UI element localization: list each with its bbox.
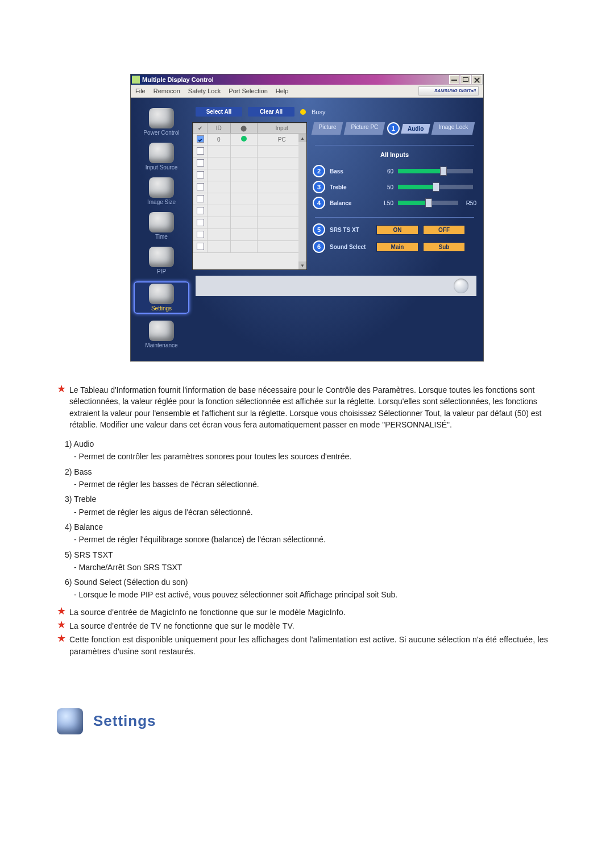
row-checkbox[interactable] bbox=[197, 159, 204, 167]
nav-pip[interactable]: PIP bbox=[136, 247, 187, 275]
tab-image-lock[interactable]: Image Lock bbox=[432, 122, 475, 135]
info-icon bbox=[454, 279, 468, 293]
window-title: Multiple Display Control bbox=[142, 76, 448, 83]
note: ★ La source d'entrée de TV ne fonctionne… bbox=[57, 620, 557, 632]
sound-main-button[interactable]: Main bbox=[376, 242, 418, 252]
tab-picture-pc[interactable]: Picture PC bbox=[344, 122, 385, 135]
list-item: 3) Treble - Permet de régler les aigus d… bbox=[65, 493, 557, 518]
srs-on-button[interactable]: ON bbox=[376, 225, 418, 235]
bass-slider[interactable] bbox=[398, 169, 473, 173]
callout-3: 3 bbox=[313, 181, 325, 193]
treble-slider[interactable] bbox=[398, 185, 473, 189]
callout-5: 5 bbox=[313, 223, 325, 236]
menu-help[interactable]: Help bbox=[276, 88, 289, 94]
bass-value: 60 bbox=[376, 168, 393, 175]
top-controls: Select All Clear All Busy bbox=[196, 107, 476, 117]
list-item: 4) Balance - Permet de régler l'équilibr… bbox=[65, 521, 557, 546]
list-item: 6) Sound Select (Sélection du son) - Lor… bbox=[65, 576, 557, 601]
feature-list: 1) Audio - Permet de contrôler les param… bbox=[65, 438, 557, 601]
info-bar bbox=[196, 276, 476, 296]
nav-power-control[interactable]: Power Control bbox=[136, 108, 187, 136]
bass-label: Bass bbox=[330, 168, 372, 175]
row-status-icon bbox=[230, 134, 258, 146]
power-icon bbox=[149, 108, 174, 128]
row-checkbox[interactable] bbox=[197, 147, 204, 155]
nav-settings[interactable]: Settings bbox=[134, 281, 189, 314]
table-row[interactable] bbox=[193, 157, 306, 169]
table-row[interactable] bbox=[193, 229, 306, 241]
section-title: All Inputs bbox=[313, 151, 476, 158]
star-icon: ★ bbox=[57, 385, 66, 393]
table-row[interactable] bbox=[193, 241, 306, 253]
sound-select-label: Sound Select bbox=[330, 244, 372, 250]
slider-thumb[interactable] bbox=[440, 167, 447, 176]
scroll-down-button[interactable]: ▼ bbox=[298, 261, 306, 269]
balance-right: R50 bbox=[466, 200, 476, 206]
settings-heading-icon bbox=[57, 708, 83, 734]
row-checkbox[interactable] bbox=[197, 207, 204, 214]
list-item: 5) SRS TSXT - Marche/Arrêt Son SRS TSXT bbox=[65, 549, 557, 574]
menu-safety-lock[interactable]: Safety Lock bbox=[188, 88, 221, 94]
menu-remocon[interactable]: Remocon bbox=[154, 88, 180, 94]
callout-2: 2 bbox=[313, 165, 325, 177]
row-checkbox[interactable] bbox=[197, 219, 204, 226]
nav-time[interactable]: Time bbox=[136, 212, 187, 240]
section-heading: Settings bbox=[57, 708, 557, 734]
row-checkbox[interactable] bbox=[197, 171, 204, 178]
slider-thumb[interactable] bbox=[433, 182, 439, 192]
row-checkbox[interactable] bbox=[197, 243, 204, 250]
menu-file[interactable]: File bbox=[135, 88, 146, 94]
busy-icon bbox=[300, 109, 306, 115]
row-checkbox[interactable] bbox=[197, 135, 204, 143]
sidebar: Power Control Input Source Image Size Ti… bbox=[131, 98, 192, 361]
close-button[interactable] bbox=[472, 75, 482, 84]
maintenance-icon bbox=[149, 321, 174, 341]
clear-all-button[interactable]: Clear All bbox=[248, 107, 294, 117]
col-id: ID bbox=[208, 123, 231, 134]
nav-maintenance[interactable]: Maintenance bbox=[136, 321, 187, 348]
list-item: 2) Bass - Permet de régler les basses de… bbox=[65, 466, 557, 491]
callout-6: 6 bbox=[313, 240, 325, 253]
section-title: Settings bbox=[93, 711, 156, 732]
note: ★ Cette fonction est disponible uniqueme… bbox=[57, 634, 557, 657]
time-icon bbox=[149, 212, 174, 232]
table-row[interactable]: 0 PC bbox=[193, 134, 306, 146]
intro-paragraph: ★ Le Tableau d'Information fournit l'inf… bbox=[57, 384, 557, 430]
table-row[interactable] bbox=[193, 146, 306, 157]
row-checkbox[interactable] bbox=[197, 183, 204, 190]
menu-port-selection[interactable]: Port Selection bbox=[229, 88, 267, 94]
table-row[interactable] bbox=[193, 181, 306, 193]
tab-picture[interactable]: Picture bbox=[312, 122, 343, 135]
settings-panel: Picture Picture PC 1 Audio Image Lock Al… bbox=[313, 122, 476, 269]
table-row[interactable] bbox=[193, 193, 306, 205]
star-icon: ★ bbox=[57, 607, 66, 615]
nav-input-source[interactable]: Input Source bbox=[136, 143, 187, 171]
select-all-button[interactable]: Select All bbox=[196, 107, 242, 117]
balance-label: Balance bbox=[330, 200, 372, 206]
srs-off-button[interactable]: OFF bbox=[423, 225, 465, 235]
star-icon: ★ bbox=[57, 621, 66, 629]
balance-value: L50 bbox=[376, 200, 393, 206]
document-body: ★ Le Tableau d'Information fournit l'inf… bbox=[57, 384, 557, 734]
tab-audio[interactable]: Audio bbox=[401, 124, 430, 134]
sound-sub-button[interactable]: Sub bbox=[423, 242, 465, 252]
row-id: 0 bbox=[208, 134, 231, 146]
app-icon bbox=[132, 76, 140, 84]
table-scrollbar[interactable]: ▲ ▼ bbox=[298, 134, 306, 269]
row-checkbox[interactable] bbox=[197, 231, 204, 238]
table-row[interactable] bbox=[193, 217, 306, 229]
scroll-up-button[interactable]: ▲ bbox=[298, 134, 306, 142]
nav-image-size[interactable]: Image Size bbox=[136, 177, 187, 205]
maximize-button[interactable] bbox=[460, 75, 471, 84]
image-size-icon bbox=[149, 177, 174, 198]
slider-thumb[interactable] bbox=[425, 198, 432, 207]
note: ★ La source d'entrée de MagicInfo ne fon… bbox=[57, 607, 557, 618]
input-icon bbox=[149, 143, 174, 163]
treble-value: 50 bbox=[376, 184, 393, 190]
row-checkbox[interactable] bbox=[197, 195, 204, 202]
balance-slider[interactable] bbox=[398, 201, 458, 205]
minimize-button[interactable] bbox=[449, 75, 459, 84]
table-row[interactable] bbox=[193, 169, 306, 181]
table-row[interactable] bbox=[193, 205, 306, 217]
busy-label: Busy bbox=[312, 109, 325, 115]
